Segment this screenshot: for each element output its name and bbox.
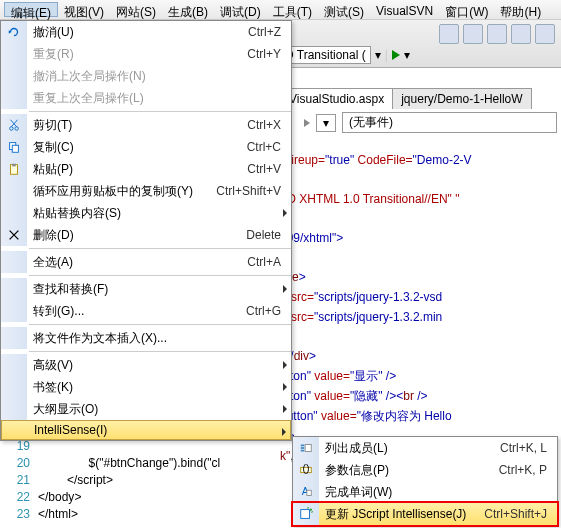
menu-view[interactable]: 视图(V) xyxy=(58,2,110,17)
line-gutter: 1920212223 xyxy=(0,438,34,523)
blank-icon xyxy=(2,419,28,441)
menu-item-20[interactable]: 书签(K) xyxy=(1,376,291,398)
submenu-arrow-icon xyxy=(282,428,286,436)
svg-rect-13 xyxy=(307,490,311,495)
menu-item-2: 撤消上次全局操作(N) xyxy=(1,65,291,87)
shortcut: Ctrl+V xyxy=(247,162,291,176)
submenu-item-3[interactable]: 更新 JScript Intellisense(J)Ctrl+Shift+J xyxy=(293,503,557,525)
shortcut: Ctrl+Y xyxy=(247,47,291,61)
menu-window[interactable]: 窗口(W) xyxy=(439,2,494,17)
menu-item-0[interactable]: 撤消(U)Ctrl+Z xyxy=(1,21,291,43)
word-icon: A xyxy=(293,481,319,503)
menu-item-22[interactable]: IntelliSense(I) xyxy=(1,420,291,440)
blank-icon xyxy=(1,202,27,224)
submenu-label: 更新 JScript Intellisense(J) xyxy=(319,506,484,523)
menu-label: 重复(R) xyxy=(27,46,247,63)
menu-label: 重复上次全局操作(L) xyxy=(27,90,291,107)
menu-item-6[interactable]: 复制(C)Ctrl+C xyxy=(1,136,291,158)
submenu-label: 完成单词(W) xyxy=(319,484,557,501)
menu-item-19[interactable]: 高级(V) xyxy=(1,354,291,376)
toolbar-icon[interactable] xyxy=(463,24,483,44)
menu-label: 撤消(U) xyxy=(27,24,248,41)
menu-item-12[interactable]: 全选(A)Ctrl+A xyxy=(1,251,291,273)
client-dropdown[interactable]: ▾ xyxy=(316,114,336,132)
submenu-item-0[interactable]: 列出成员(L)Ctrl+K, L xyxy=(293,437,557,459)
menu-item-14[interactable]: 查找和替换(F) xyxy=(1,278,291,300)
paste-icon xyxy=(1,158,27,180)
svg-rect-5 xyxy=(12,164,16,167)
doctype-dropdown[interactable]: D Transitional ( xyxy=(280,46,371,64)
menu-item-15[interactable]: 转到(G)...Ctrl+G xyxy=(1,300,291,322)
menu-item-21[interactable]: 大纲显示(O) xyxy=(1,398,291,420)
menu-label: 查找和替换(F) xyxy=(27,281,291,298)
play-icon[interactable] xyxy=(392,50,400,60)
menu-build[interactable]: 生成(B) xyxy=(162,2,214,17)
menu-label: 书签(K) xyxy=(27,379,291,396)
svg-rect-14 xyxy=(301,510,310,519)
menubar: 编辑(E) 视图(V) 网站(S) 生成(B) 调试(D) 工具(T) 测试(S… xyxy=(0,0,561,20)
del-icon xyxy=(1,224,27,246)
menu-site[interactable]: 网站(S) xyxy=(110,2,162,17)
menu-label: 高级(V) xyxy=(27,357,291,374)
shortcut: Ctrl+G xyxy=(246,304,291,318)
submenu-label: 列出成员(L) xyxy=(319,440,500,457)
submenu-arrow-icon xyxy=(283,361,287,369)
menu-item-5[interactable]: 剪切(T)Ctrl+X xyxy=(1,114,291,136)
tab-visualstudio[interactable]: VisualStudio.aspx xyxy=(280,88,393,109)
shortcut: Ctrl+X xyxy=(247,118,291,132)
code-editor[interactable]: Wireup="true" CodeFile="Demo-2-V TD XHTM… xyxy=(280,132,557,486)
params-icon: () xyxy=(293,459,319,481)
menu-item-7[interactable]: 粘贴(P)Ctrl+V xyxy=(1,158,291,180)
blank-icon xyxy=(1,43,27,65)
submenu-arrow-icon xyxy=(283,285,287,293)
shortcut: Ctrl+K, P xyxy=(499,463,557,477)
intellisense-submenu: 列出成员(L)Ctrl+K, L()参数信息(P)Ctrl+K, PA完成单词(… xyxy=(292,436,558,526)
shortcut: Ctrl+Shift+V xyxy=(216,184,291,198)
svg-rect-9 xyxy=(305,445,311,452)
submenu-label: 参数信息(P) xyxy=(319,462,499,479)
menu-edit[interactable]: 编辑(E) xyxy=(4,2,58,17)
submenu-item-1[interactable]: ()参数信息(P)Ctrl+K, P xyxy=(293,459,557,481)
menu-item-9[interactable]: 粘贴替换内容(S) xyxy=(1,202,291,224)
menu-label: 删除(D) xyxy=(27,227,246,244)
menu-label: 粘贴替换内容(S) xyxy=(27,205,291,222)
play-arrow-icon[interactable]: ▾ xyxy=(404,48,410,62)
submenu-item-2[interactable]: A完成单词(W) xyxy=(293,481,557,503)
nav-fwd-icon[interactable] xyxy=(298,117,310,129)
shortcut: Ctrl+C xyxy=(247,140,291,154)
blank-icon xyxy=(1,398,27,420)
code-editor-bottom[interactable]: $("#btnChange").bind("cl </script> </bod… xyxy=(38,438,220,523)
menu-item-8[interactable]: 循环应用剪贴板中的复制项(Y)Ctrl+Shift+V xyxy=(1,180,291,202)
menu-svn[interactable]: VisualSVN xyxy=(370,2,439,17)
cut-icon xyxy=(1,114,27,136)
svg-rect-7 xyxy=(301,447,305,449)
menu-label: 粘贴(P) xyxy=(27,161,247,178)
menu-label: 转到(G)... xyxy=(27,303,246,320)
menu-test[interactable]: 测试(S) xyxy=(318,2,370,17)
toolbar-icon[interactable] xyxy=(439,24,459,44)
toolbar-icon[interactable] xyxy=(487,24,507,44)
dropdown-arrow-icon[interactable]: ▾ xyxy=(375,48,381,62)
menu-tools[interactable]: 工具(T) xyxy=(267,2,318,17)
menu-label: 剪切(T) xyxy=(27,117,247,134)
svg-point-1 xyxy=(15,127,19,131)
menu-item-17[interactable]: 将文件作为文本插入(X)... xyxy=(1,327,291,349)
svg-text:(): () xyxy=(303,463,310,474)
menu-item-10[interactable]: 删除(D)Delete xyxy=(1,224,291,246)
event-dropdown[interactable]: (无事件) xyxy=(342,112,557,133)
shortcut: Delete xyxy=(246,228,291,242)
menu-label: 撤消上次全局操作(N) xyxy=(27,68,291,85)
menu-help[interactable]: 帮助(H) xyxy=(494,2,547,17)
menu-label: 将文件作为文本插入(X)... xyxy=(27,330,291,347)
toolbar-icon[interactable] xyxy=(511,24,531,44)
blank-icon xyxy=(1,300,27,322)
menu-label: 大纲显示(O) xyxy=(27,401,291,418)
menu-debug[interactable]: 调试(D) xyxy=(214,2,267,17)
toolbar-icon[interactable] xyxy=(535,24,555,44)
shortcut: Ctrl+Z xyxy=(248,25,291,39)
blank-icon xyxy=(1,87,27,109)
svg-rect-3 xyxy=(12,145,18,152)
tab-jquery-demo[interactable]: jquery/Demo-1-HelloW xyxy=(392,88,531,109)
blank-icon xyxy=(1,278,27,300)
blank-icon xyxy=(1,180,27,202)
